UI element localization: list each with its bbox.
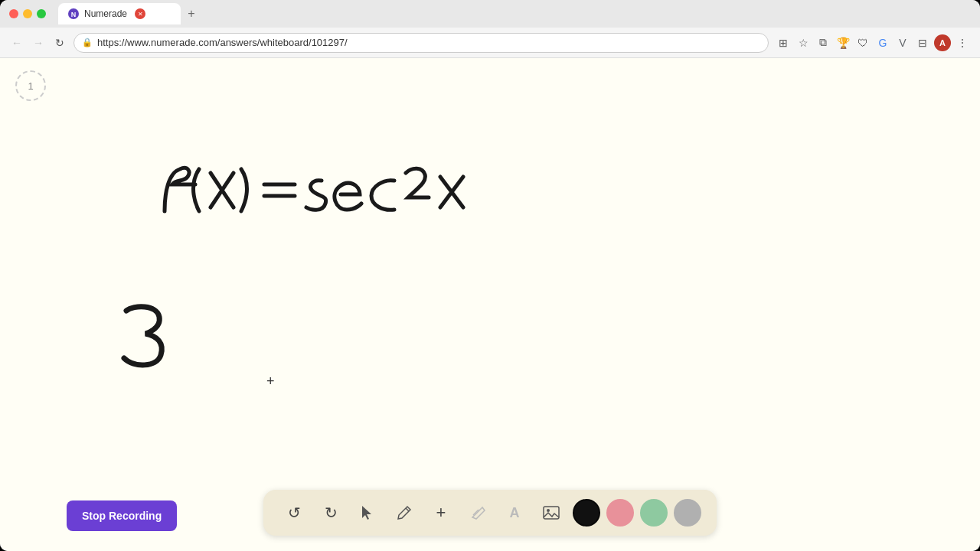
profile-button[interactable]: A: [934, 34, 951, 51]
svg-rect-3: [544, 507, 559, 519]
number-three-svg: [115, 295, 176, 372]
refresh-icon: ↻: [55, 37, 64, 49]
whiteboard[interactable]: 1: [0, 58, 980, 551]
cursor-icon: [359, 504, 376, 521]
url-text: https://www.numerade.com/answers/whitebo…: [97, 37, 348, 48]
refresh-button[interactable]: ↻: [52, 35, 67, 51]
drawing-toolbar: ↺ ↻ +: [263, 490, 717, 536]
svg-marker-2: [362, 506, 371, 520]
browser-window: N Numerade ✕ + ← → ↻ 🔒 https://www.numer…: [0, 0, 980, 551]
title-bar: N Numerade ✕ +: [0, 0, 980, 28]
eraser-icon: [469, 504, 486, 521]
maximize-button[interactable]: [37, 9, 46, 18]
tab-title: Numerade: [84, 8, 127, 19]
forward-icon: →: [33, 37, 44, 49]
svg-point-4: [547, 509, 550, 512]
extensions-icon[interactable]: ⧉: [815, 34, 831, 51]
color-green[interactable]: [640, 499, 668, 527]
stop-recording-button[interactable]: Stop Recording: [67, 500, 177, 531]
image-icon: [542, 504, 560, 522]
undo-icon: ↺: [288, 504, 301, 522]
google-icon[interactable]: G: [874, 34, 891, 51]
tab-bar: N Numerade ✕ +: [58, 3, 971, 24]
close-button[interactable]: [9, 9, 18, 18]
new-tab-button[interactable]: +: [184, 6, 199, 21]
shield-icon[interactable]: 🛡: [854, 34, 871, 51]
back-icon: ←: [11, 37, 22, 49]
add-element-button[interactable]: +: [426, 497, 456, 528]
svg-text:N: N: [71, 11, 77, 18]
minimize-button[interactable]: [23, 9, 32, 18]
eraser-tool-button[interactable]: [462, 497, 493, 528]
star-icon[interactable]: ☆: [795, 34, 812, 51]
browser-toolbar-icons: ⊞ ☆ ⧉ 🏆 🛡 G V ⊟ A ⋮: [775, 34, 971, 51]
lock-icon: 🔒: [82, 37, 93, 47]
equation-svg: [122, 150, 582, 242]
forward-button[interactable]: →: [31, 35, 46, 51]
undo-button[interactable]: ↺: [279, 497, 309, 528]
traffic-lights: [9, 9, 46, 18]
back-button[interactable]: ←: [9, 35, 24, 51]
equation-area: [122, 150, 582, 245]
url-bar[interactable]: 🔒 https://www.numerade.com/answers/white…: [74, 33, 769, 53]
page-number: 1: [28, 80, 33, 92]
pen-tool-button[interactable]: [389, 497, 420, 528]
redo-button[interactable]: ↻: [315, 497, 346, 528]
menu-button[interactable]: ⋮: [954, 34, 971, 51]
monitor-icon[interactable]: ⊟: [914, 34, 931, 51]
cursor: +: [266, 373, 275, 390]
number-three: [115, 295, 176, 386]
redo-icon: ↻: [325, 504, 338, 522]
page-indicator: 1: [15, 70, 46, 101]
color-black[interactable]: [573, 499, 600, 527]
color-gray[interactable]: [674, 499, 701, 527]
pen-icon: [396, 504, 413, 521]
text-tool-button[interactable]: A: [499, 497, 530, 528]
text-icon: A: [510, 505, 520, 521]
active-tab[interactable]: N Numerade ✕: [58, 3, 181, 24]
tab-favicon: N: [67, 8, 80, 20]
trophy-icon[interactable]: 🏆: [835, 34, 851, 51]
select-tool-button[interactable]: [352, 497, 383, 528]
tab-close-button[interactable]: ✕: [135, 8, 145, 19]
v-icon[interactable]: V: [894, 34, 911, 51]
image-tool-button[interactable]: [536, 497, 567, 528]
color-pink[interactable]: [606, 499, 634, 527]
bookmark-bar-icon[interactable]: ⊞: [775, 34, 792, 51]
address-bar: ← → ↻ 🔒 https://www.numerade.com/answers…: [0, 28, 980, 58]
add-icon: +: [436, 503, 446, 523]
